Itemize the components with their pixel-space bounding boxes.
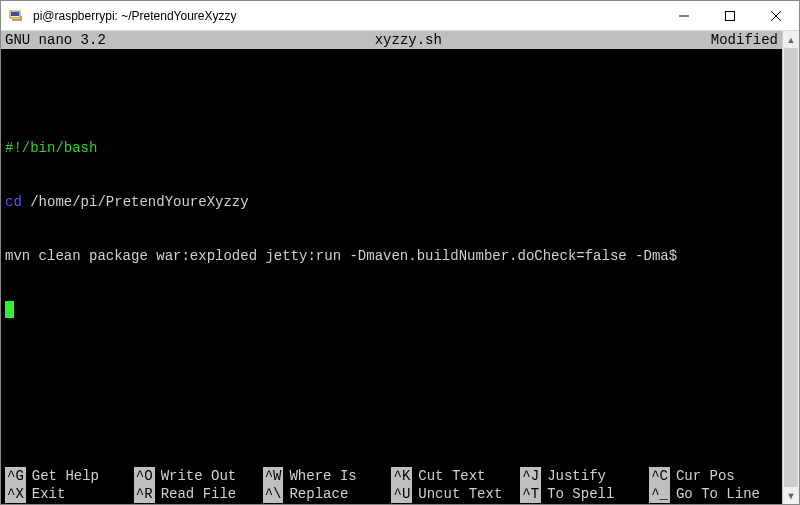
shortcut-read-file[interactable]: ^RRead File (134, 485, 263, 503)
scrollbar[interactable]: ▲ ▼ (782, 31, 799, 504)
maximize-button[interactable] (707, 1, 753, 31)
editor-content[interactable]: #!/bin/bash cd /home/pi/PretendYoureXyzz… (1, 49, 782, 467)
shortcut-uncut-text[interactable]: ^UUncut Text (391, 485, 520, 503)
shortcuts-row-2: ^XExit ^RRead File ^\Replace ^UUncut Tex… (5, 485, 778, 503)
shortcut-label: Go To Line (676, 485, 760, 503)
shortcut-label: Where Is (289, 467, 356, 485)
chevron-down-icon: ▼ (787, 491, 796, 501)
editor-line: mvn clean package war:exploded jetty:run… (5, 247, 778, 265)
shortcut-exit[interactable]: ^XExit (5, 485, 134, 503)
chevron-up-icon: ▲ (787, 35, 796, 45)
shortcut-where-is[interactable]: ^WWhere Is (263, 467, 392, 485)
nano-header: GNU nano 3.2 xyzzy.sh Modified (1, 31, 782, 49)
shortcut-key: ^K (391, 467, 412, 485)
close-button[interactable] (753, 1, 799, 31)
shortcut-label: Exit (32, 485, 66, 503)
shortcut-key: ^W (263, 467, 284, 485)
shortcut-label: Justify (547, 467, 606, 485)
shortcut-key: ^O (134, 467, 155, 485)
shortcut-label: Read File (161, 485, 237, 503)
shortcut-get-help[interactable]: ^GGet Help (5, 467, 134, 485)
window-title: pi@raspberrypi: ~/PretendYoureXyzzy (31, 9, 661, 23)
shortcut-label: Cur Pos (676, 467, 735, 485)
editor-line (5, 301, 778, 319)
shortcut-label: To Spell (547, 485, 614, 503)
scroll-up-button[interactable]: ▲ (783, 31, 799, 48)
cursor (5, 301, 14, 318)
shortcut-cut-text[interactable]: ^KCut Text (391, 467, 520, 485)
titlebar[interactable]: pi@raspberrypi: ~/PretendYoureXyzzy (1, 1, 799, 31)
nano-shortcuts-bar: ^GGet Help ^OWrite Out ^WWhere Is ^KCut … (1, 467, 782, 504)
shortcut-key: ^R (134, 485, 155, 503)
shortcut-key: ^J (520, 467, 541, 485)
scrollbar-thumb[interactable] (784, 48, 798, 487)
window-controls (661, 1, 799, 30)
close-icon (771, 11, 781, 21)
shebang: #!/bin/bash (5, 140, 97, 156)
shortcut-go-to-line[interactable]: ^_Go To Line (649, 485, 778, 503)
maximize-icon (725, 11, 735, 21)
shortcut-key: ^C (649, 467, 670, 485)
scroll-down-button[interactable]: ▼ (783, 487, 799, 504)
shortcut-key: ^X (5, 485, 26, 503)
minimize-icon (679, 11, 689, 21)
minimize-button[interactable] (661, 1, 707, 31)
cmd-cd: cd (5, 194, 22, 210)
cd-path: /home/pi/PretendYoureXyzzy (22, 194, 249, 210)
putty-icon (8, 8, 24, 24)
terminal-wrapper: GNU nano 3.2 xyzzy.sh Modified #!/bin/ba… (1, 31, 799, 504)
shortcut-to-spell[interactable]: ^TTo Spell (520, 485, 649, 503)
shortcut-key: ^\ (263, 485, 284, 503)
putty-window: pi@raspberrypi: ~/PretendYoureXyzzy GNU … (0, 0, 800, 505)
shortcut-cur-pos[interactable]: ^CCur Pos (649, 467, 778, 485)
shortcut-replace[interactable]: ^\Replace (263, 485, 392, 503)
nano-version: GNU nano 3.2 (5, 31, 106, 49)
shortcut-label: Replace (289, 485, 348, 503)
terminal[interactable]: GNU nano 3.2 xyzzy.sh Modified #!/bin/ba… (1, 31, 782, 504)
shortcut-write-out[interactable]: ^OWrite Out (134, 467, 263, 485)
shortcut-label: Write Out (161, 467, 237, 485)
shortcut-key: ^_ (649, 485, 670, 503)
svg-rect-1 (11, 12, 19, 16)
shortcut-label: Uncut Text (418, 485, 502, 503)
editor-line: cd /home/pi/PretendYoureXyzzy (5, 193, 778, 211)
mvn-command: mvn clean package war:exploded jetty:run… (5, 248, 677, 264)
shortcut-label: Get Help (32, 467, 99, 485)
editor-blank-line (5, 85, 778, 103)
app-icon (1, 8, 31, 24)
nano-status: Modified (711, 31, 778, 49)
shortcut-key: ^T (520, 485, 541, 503)
shortcuts-row-1: ^GGet Help ^OWrite Out ^WWhere Is ^KCut … (5, 467, 778, 485)
shortcut-label: Cut Text (418, 467, 485, 485)
nano-filename: xyzzy.sh (106, 31, 711, 49)
shortcut-justify[interactable]: ^JJustify (520, 467, 649, 485)
shortcut-key: ^U (391, 485, 412, 503)
editor-line: #!/bin/bash (5, 139, 778, 157)
shortcut-key: ^G (5, 467, 26, 485)
svg-rect-5 (726, 12, 735, 21)
scrollbar-track[interactable] (783, 48, 799, 487)
